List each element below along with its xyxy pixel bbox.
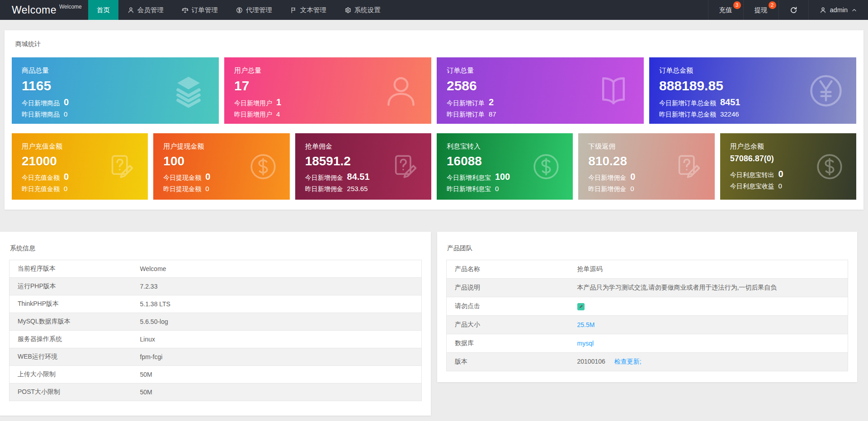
row-value: Welcome (140, 260, 422, 278)
stat-card-yesterday: 昨日新增商品 0 (22, 110, 209, 119)
stat-card: 商品总量1165今日新增商品 0昨日新增商品 0 (12, 57, 219, 124)
recharge-badge: 3 (733, 1, 741, 9)
yen-circle-icon (808, 73, 844, 108)
system-info-panel: 系统信息 当前程序版本Welcome运行PHP版本7.2.33ThinkPHP版… (0, 232, 431, 416)
stats-panel-title: 商城统计 (12, 38, 856, 57)
menu-item-label: 代理管理 (246, 6, 272, 14)
brand-superscript: Welcome (59, 4, 82, 10)
navbar-right: 充值 3 提现 2 admin (708, 0, 868, 20)
product-team-panel: 产品团队 产品名称抢单源码产品说明本产品只为学习测试交流,请勿要做商业或者用于违… (437, 232, 857, 382)
main-menu: 首页会员管理订单管理代理管理文本管理系统设置 (88, 0, 390, 20)
stat-card: 用户提现金额100今日提现金额 0昨日提现金额 0 (153, 133, 289, 200)
stat-card-yesterday: 昨日新增佣金 253.65 (305, 185, 421, 193)
stats-panel: 商城统计 商品总量1165今日新增商品 0昨日新增商品 0用户总量17今日新增用… (5, 30, 863, 210)
stat-card: 利息宝转入16088今日新增利息宝 100昨日新增利息宝 0 (437, 133, 573, 200)
product-team-table: 产品名称抢单源码产品说明本产品只为学习测试交流,请勿要做商业或者用于违法行为,一… (446, 260, 848, 371)
table-row: 服务器操作系统Linux (9, 331, 422, 348)
menu-item-6[interactable]: 系统设置 (335, 0, 390, 20)
table-row: 产品说明本产品只为学习测试交流,请勿要做商业或者用于违法行为,一切后果自负 (447, 279, 848, 297)
table-row: 产品名称抢单源码 (447, 260, 848, 279)
row-value: 50M (140, 384, 422, 401)
check-update-link[interactable]: 检查更新; (614, 358, 642, 365)
table-row: 运行PHP版本7.2.33 (9, 278, 422, 295)
system-info-title: 系统信息 (9, 241, 422, 260)
question-edit-icon (107, 153, 135, 181)
stat-card-title: 用户总余额 (730, 142, 846, 151)
row-label: 数据库 (447, 334, 577, 353)
menu-item-4[interactable]: 代理管理 (227, 0, 281, 20)
row-label: 版本 (447, 353, 577, 371)
stat-card-title: 下级返佣 (588, 142, 704, 151)
dollar-circle-icon (816, 153, 844, 181)
row-label: 上传大小限制 (9, 366, 140, 384)
stat-card: 用户总余额57086.87(0)今日利息宝转出 0今日利息宝收益 0 (720, 133, 856, 200)
table-row: WEB运行环境fpm-fcgi (9, 348, 422, 366)
refresh-button[interactable] (778, 0, 808, 20)
recharge-label: 充值 (719, 6, 732, 14)
row-label: 产品说明 (447, 279, 577, 297)
stats-cards-row-2: 用户充值金额21000今日充值金额 0昨日充值金额 0用户提现金额100今日提现… (12, 133, 856, 200)
stat-card: 订单总量2586今日新增订单 2昨日新增订单 87 (437, 57, 644, 124)
open-book-icon (596, 73, 631, 108)
row-value: 本产品只为学习测试交流,请勿要做商业或者用于违法行为,一切后果自负 (577, 284, 777, 291)
withdraw-button[interactable]: 提现 2 (743, 0, 778, 20)
table-row: 版本20100106检查更新; (447, 353, 848, 371)
top-navbar: Welcome Welcome 首页会员管理订单管理代理管理文本管理系统设置 充… (0, 0, 868, 20)
dollar-circle-icon (532, 153, 560, 181)
menu-item-3[interactable]: 订单管理 (173, 0, 227, 20)
product-link[interactable]: 25.5M (577, 321, 595, 328)
stat-card-title: 用户充值金额 (22, 142, 138, 151)
menu-item-1[interactable]: 首页 (88, 0, 118, 20)
row-label: 产品大小 (447, 316, 577, 334)
menu-item-label: 订单管理 (192, 6, 218, 14)
product-link[interactable]: mysql (577, 340, 594, 347)
row-label: 产品名称 (447, 260, 577, 279)
row-value: 50M (140, 366, 422, 384)
table-row: 数据库mysql (447, 334, 848, 353)
stat-card: 用户总量17今日新增用户 1昨日新增用户 4 (224, 57, 431, 124)
menu-item-2[interactable]: 会员管理 (118, 0, 173, 20)
table-row: 上传大小限制50M (9, 366, 422, 384)
refresh-icon (790, 6, 797, 14)
user-icon (127, 7, 134, 14)
stat-card-yesterday: 昨日新增佣金 0 (588, 185, 704, 193)
layers-icon (171, 73, 206, 108)
user-icon (820, 7, 826, 14)
row-value: fpm-fcgi (140, 348, 422, 366)
system-info-table: 当前程序版本Welcome运行PHP版本7.2.33ThinkPHP版本5.1.… (9, 260, 422, 401)
bottom-section: 系统信息 当前程序版本Welcome运行PHP版本7.2.33ThinkPHP版… (0, 232, 868, 416)
menu-item-label: 会员管理 (137, 6, 164, 14)
chevron-up-icon (851, 7, 857, 13)
stat-card-title: 用户提现金额 (163, 142, 279, 151)
row-value: 5.6.50-log (140, 313, 422, 331)
flag-icon (290, 7, 297, 14)
row-label: ThinkPHP版本 (9, 295, 140, 313)
table-row: 产品大小25.5M (447, 316, 848, 334)
menu-item-label: 首页 (97, 6, 110, 14)
row-label: 当前程序版本 (9, 260, 140, 278)
app-logo[interactable]: Welcome Welcome (0, 0, 88, 20)
row-value: 5.1.38 LTS (140, 295, 422, 313)
menu-item-5[interactable]: 文本管理 (281, 0, 335, 20)
user-outline-icon (383, 73, 419, 108)
stat-card-yesterday: 昨日新增利息宝 0 (447, 185, 563, 193)
dollar-circle-icon (249, 153, 277, 181)
menu-item-label: 文本管理 (300, 6, 326, 14)
stat-card: 订单总金额888189.85今日新增订单总金额 8451昨日新增订单总金额 32… (649, 57, 856, 124)
stat-card: 抢单佣金18591.2今日新增佣金 84.51昨日新增佣金 253.65 (295, 133, 431, 200)
row-label: MySQL数据库版本 (9, 313, 140, 331)
row-label: 服务器操作系统 (9, 331, 140, 348)
scales-icon (182, 7, 189, 14)
row-label: WEB运行环境 (9, 348, 140, 366)
recharge-button[interactable]: 充值 3 (708, 0, 743, 20)
user-menu[interactable]: admin (808, 0, 868, 20)
stat-card-title: 抢单佣金 (305, 142, 421, 151)
stat-card-yesterday: 昨日新增订单 87 (447, 110, 634, 119)
row-value: 抢单源码 (577, 265, 603, 272)
gear-icon (344, 7, 351, 14)
menu-item-label: 系统设置 (354, 6, 381, 14)
pen-badge-icon[interactable] (577, 303, 585, 310)
row-value: 7.2.33 (140, 278, 422, 295)
stat-card-yesterday: 昨日新增用户 4 (234, 110, 421, 119)
table-row: 请勿点击 (447, 297, 848, 316)
